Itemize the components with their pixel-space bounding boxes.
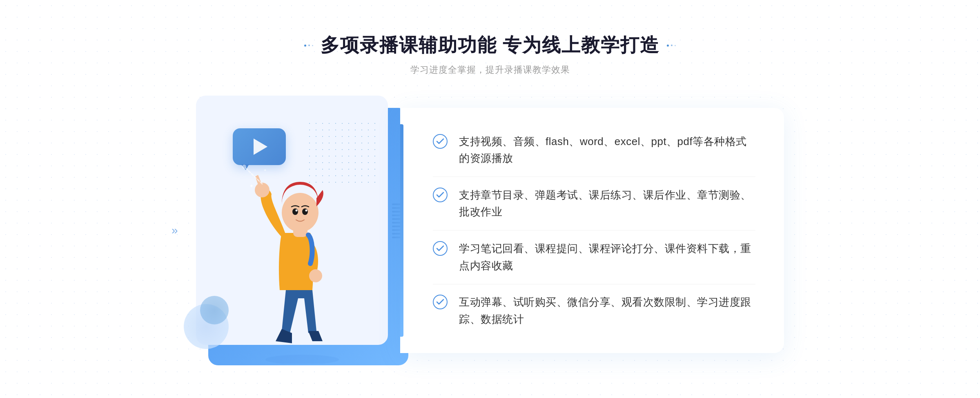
play-icon: [254, 139, 267, 155]
feature-text-4: 互动弹幕、试听购买、微信分享、观看次数限制、学习进度跟踪、数据统计: [459, 294, 755, 328]
chevron-icon: »: [172, 225, 178, 236]
svg-point-4: [282, 193, 318, 232]
feature-divider-2: [433, 230, 755, 230]
svg-point-1: [255, 183, 270, 197]
svg-text:✦: ✦: [249, 183, 254, 189]
illustration-card: »: [196, 96, 408, 365]
svg-point-14: [433, 241, 447, 255]
check-icon-3: [433, 241, 448, 256]
feature-item-4: 互动弹幕、试听购买、微信分享、观看次数限制、学习进度跟踪、数据统计: [433, 294, 755, 328]
svg-point-7: [296, 210, 298, 212]
check-icon-4: [433, 295, 448, 309]
feature-divider-3: [433, 284, 755, 284]
svg-point-0: [265, 355, 339, 364]
feature-text-3: 学习笔记回看、课程提问、课程评论打分、课件资料下载，重点内容收藏: [459, 240, 755, 274]
svg-point-9: [242, 165, 246, 169]
svg-point-8: [305, 210, 307, 212]
feature-text-2: 支持章节目录、弹题考试、课后练习、课后作业、章节测验、批改作业: [459, 187, 755, 221]
title-dots-right: [667, 45, 676, 47]
main-title: 多项录播课辅助功能 专为线上教学打造: [321, 33, 660, 58]
svg-point-15: [433, 295, 447, 309]
header-section: 多项录播课辅助功能 专为线上教学打造 学习进度全掌握，提升录播课教学效果: [304, 33, 676, 76]
title-dots-left: [304, 45, 313, 47]
title-row: 多项录播课辅助功能 专为线上教学打造: [304, 33, 676, 58]
feature-text-1: 支持视频、音频、flash、word、excel、ppt、pdf等各种格式的资源…: [459, 133, 755, 167]
feature-item-1: 支持视频、音频、flash、word、excel、ppt、pdf等各种格式的资源…: [433, 133, 755, 167]
subtitle: 学习进度全掌握，提升录播课教学效果: [304, 64, 676, 76]
svg-point-13: [433, 188, 447, 202]
page-wrapper: 多项录播课辅助功能 专为线上教学打造 学习进度全掌握，提升录播课教学效果: [0, 33, 980, 365]
person-figure: ✦ ✦: [241, 159, 363, 365]
svg-point-12: [433, 134, 447, 148]
features-panel: 支持视频、音频、flash、word、excel、ppt、pdf等各种格式的资源…: [400, 108, 784, 353]
svg-text:✦: ✦: [263, 168, 267, 172]
feature-item-2: 支持章节目录、弹题考试、课后练习、课后作业、章节测验、批改作业: [433, 187, 755, 221]
svg-point-2: [309, 269, 322, 282]
svg-point-5: [292, 208, 298, 215]
deco-circle-small: [200, 296, 229, 324]
check-icon-1: [433, 134, 448, 149]
content-row: »: [196, 96, 784, 365]
feature-item-3: 学习笔记回看、课程提问、课程评论打分、课件资料下载，重点内容收藏: [433, 240, 755, 274]
feature-divider-1: [433, 177, 755, 177]
svg-point-6: [302, 208, 308, 215]
check-icon-2: [433, 188, 448, 202]
deco-arrows-left: »: [172, 225, 178, 236]
